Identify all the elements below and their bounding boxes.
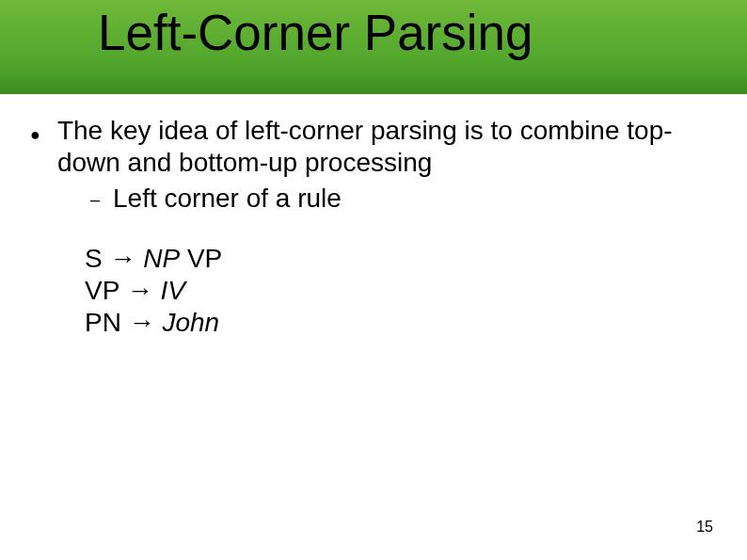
bullet-icon: ● [30, 120, 40, 149]
rule1-np: NP [143, 244, 180, 273]
rules-block: S → NP VP VP → IV PN → John [85, 243, 707, 339]
page-number: 15 [696, 519, 713, 536]
rule-line-3: PN → John [85, 307, 707, 339]
rule-line-2: VP → IV [85, 275, 707, 307]
rule2-lhs: VP → [85, 276, 160, 305]
bullet-text: The key idea of left-corner parsing is t… [57, 115, 707, 179]
slide: Left-Corner Parsing ● The key idea of le… [0, 0, 747, 560]
content-area: ● The key idea of left-corner parsing is… [30, 115, 707, 339]
bullet-item: ● The key idea of left-corner parsing is… [30, 115, 707, 179]
dash-icon: – [90, 190, 100, 210]
rule-line-1: S → NP VP [85, 243, 707, 275]
slide-title: Left-Corner Parsing [98, 4, 532, 61]
rule2-iv: IV [160, 276, 184, 305]
rule3-lhs: PN → [85, 308, 162, 337]
rule1-vp: VP [180, 244, 222, 273]
sub-bullet-text: Left corner of a rule [113, 183, 342, 215]
rule3-john: John [162, 308, 219, 337]
rule1-lhs: S → [85, 244, 143, 273]
sub-bullet-item: – Left corner of a rule [90, 183, 707, 215]
